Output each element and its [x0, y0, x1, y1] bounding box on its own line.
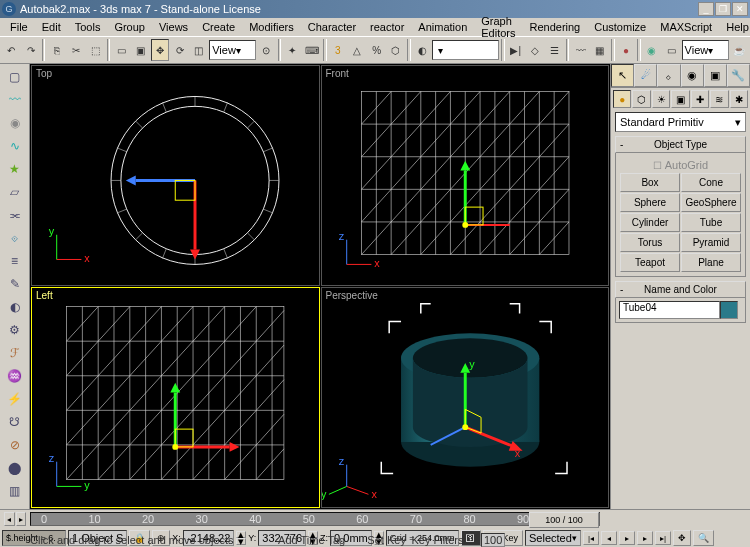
material-button[interactable]: ●	[617, 39, 635, 61]
color-swatch[interactable]	[720, 301, 738, 319]
btn-plane[interactable]: Plane	[681, 253, 741, 272]
lt-hinge-icon[interactable]: ⊘	[4, 434, 26, 456]
btn-torus[interactable]: Torus	[620, 233, 680, 252]
maximize-button[interactable]: ❐	[715, 2, 731, 16]
angle-snap-button[interactable]: △	[348, 39, 366, 61]
btn-cone[interactable]: Cone	[681, 173, 741, 192]
viewport-perspective[interactable]: Perspective	[321, 287, 610, 508]
lt-lspring-icon[interactable]: ⟐	[4, 227, 26, 249]
tab-utilities[interactable]: 🔧	[727, 64, 750, 87]
lt-fracture-icon[interactable]: ℱ	[4, 342, 26, 364]
redo-button[interactable]: ↷	[21, 39, 39, 61]
layers-button[interactable]: ☰	[545, 39, 563, 61]
select-link-button[interactable]: ⎘	[47, 39, 65, 61]
lt-prop-icon[interactable]: ⚡	[4, 388, 26, 410]
object-name-input[interactable]: Tube04	[619, 301, 720, 319]
snap-button[interactable]: 3	[329, 39, 347, 61]
lt-spring-icon[interactable]: ⫘	[4, 204, 26, 226]
btn-sphere[interactable]: Sphere	[620, 193, 680, 212]
refcoord-dropdown[interactable]: View ▾	[209, 40, 256, 60]
rollout-object-type[interactable]: Object Type	[615, 136, 746, 153]
btn-pyramid[interactable]: Pyramid	[681, 233, 741, 252]
lt-dash-icon[interactable]: ≡	[4, 250, 26, 272]
lt-rope-icon[interactable]: ∿	[4, 135, 26, 157]
undo-button[interactable]: ↶	[2, 39, 20, 61]
menu-help[interactable]: Help	[720, 20, 750, 34]
frame-field[interactable]: 100	[481, 533, 505, 547]
lt-motor-icon[interactable]: ✎	[4, 273, 26, 295]
timeline-right-icon[interactable]: ▸	[16, 512, 27, 526]
time-slider-thumb[interactable]: 100 / 100	[529, 512, 599, 528]
next-frame-button[interactable]: ▸	[637, 531, 653, 545]
viewport-front[interactable]: Front	[321, 65, 610, 286]
menu-file[interactable]: File	[4, 20, 34, 34]
sub-shapes-icon[interactable]: ⬡	[632, 90, 650, 108]
goto-start-button[interactable]: |◂	[583, 531, 599, 545]
menu-reactor[interactable]: reactor	[364, 20, 410, 34]
goto-end-button[interactable]: ▸|	[655, 531, 671, 545]
tab-display[interactable]: ▣	[704, 64, 727, 87]
sub-space-icon[interactable]: ≋	[710, 90, 728, 108]
btn-geosphere[interactable]: GeoSphere	[681, 193, 741, 212]
play-button[interactable]: ▸	[619, 531, 635, 545]
menu-create[interactable]: Create	[196, 20, 241, 34]
tab-create[interactable]: ↖	[611, 64, 634, 87]
spinner-snap-button[interactable]: ⬡	[387, 39, 405, 61]
center-button[interactable]: ⊙	[257, 39, 275, 61]
named-sel-dropdown[interactable]: ▾	[432, 40, 499, 60]
lt-toy-icon[interactable]: ⚙	[4, 319, 26, 341]
curve-editor-button[interactable]: 〰	[571, 39, 589, 61]
scale-button[interactable]: ◫	[190, 39, 208, 61]
btn-box[interactable]: Box	[620, 173, 680, 192]
btn-tube[interactable]: Tube	[681, 213, 741, 232]
time-slider[interactable]: 0102030405060708090100 100 / 100	[30, 512, 600, 526]
timeline-left-icon[interactable]: ◂	[4, 512, 15, 526]
lt-soft-icon[interactable]: ◉	[4, 112, 26, 134]
lt-ragdoll-icon[interactable]: ☋	[4, 411, 26, 433]
lt-mesh-icon[interactable]: ★	[4, 158, 26, 180]
lt-cloth-icon[interactable]: 〰	[4, 89, 26, 111]
percent-snap-button[interactable]: %	[367, 39, 385, 61]
unlink-button[interactable]: ✂	[67, 39, 85, 61]
menu-rendering[interactable]: Rendering	[523, 20, 586, 34]
sub-cameras-icon[interactable]: ▣	[671, 90, 689, 108]
nav-pan-button[interactable]: ✥	[673, 530, 691, 546]
lt-rigid-icon[interactable]: ▢	[4, 66, 26, 88]
sub-systems-icon[interactable]: ✱	[730, 90, 748, 108]
lt-wind-icon[interactable]: ◐	[4, 296, 26, 318]
timeline[interactable]: ◂ ▸ 0102030405060708090100 100 / 100	[0, 510, 750, 528]
rollout-name-color[interactable]: Name and Color	[615, 281, 746, 298]
menu-character[interactable]: Character	[302, 20, 362, 34]
sub-geometry-icon[interactable]: ●	[613, 90, 631, 108]
menu-maxscript[interactable]: MAXScript	[654, 20, 718, 34]
prev-frame-button[interactable]: ◂	[601, 531, 617, 545]
viewport-top[interactable]: Top x	[31, 65, 320, 286]
viewport-left[interactable]: Left y	[31, 287, 320, 508]
minimize-button[interactable]: _	[698, 2, 714, 16]
quick-render-button[interactable]: ▭	[662, 39, 680, 61]
named-selection-button[interactable]: ◐	[413, 39, 431, 61]
menu-views[interactable]: Views	[153, 20, 194, 34]
schematic-button[interactable]: ▦	[591, 39, 609, 61]
mirror-button[interactable]: ▶|	[507, 39, 525, 61]
category-dropdown[interactable]: Standard Primitiv▾	[615, 112, 746, 132]
render-button[interactable]: ☕	[730, 39, 748, 61]
lt-point-icon[interactable]: ⬤	[4, 457, 26, 479]
keyboard-button[interactable]: ⌨	[303, 39, 321, 61]
autogrid-check[interactable]: ☐ AutoGrid	[620, 157, 741, 173]
tab-motion[interactable]: ◉	[681, 64, 704, 87]
lt-water-icon[interactable]: ♒	[4, 365, 26, 387]
menu-customize[interactable]: Customize	[588, 20, 652, 34]
sub-helpers-icon[interactable]: ✚	[691, 90, 709, 108]
align-button[interactable]: ◇	[526, 39, 544, 61]
menu-tools[interactable]: Tools	[69, 20, 107, 34]
menu-modifiers[interactable]: Modifiers	[243, 20, 300, 34]
menu-edit[interactable]: Edit	[36, 20, 67, 34]
menu-grapheditors[interactable]: Graph Editors	[475, 14, 521, 40]
lt-plane-icon[interactable]: ▱	[4, 181, 26, 203]
menu-group[interactable]: Group	[108, 20, 151, 34]
nav-zoom-button[interactable]: 🔍	[693, 530, 714, 546]
close-button[interactable]: ✕	[732, 2, 748, 16]
keymode-dropdown[interactable]: Selected ▾	[525, 530, 581, 546]
rotate-button[interactable]: ⟳	[170, 39, 188, 61]
